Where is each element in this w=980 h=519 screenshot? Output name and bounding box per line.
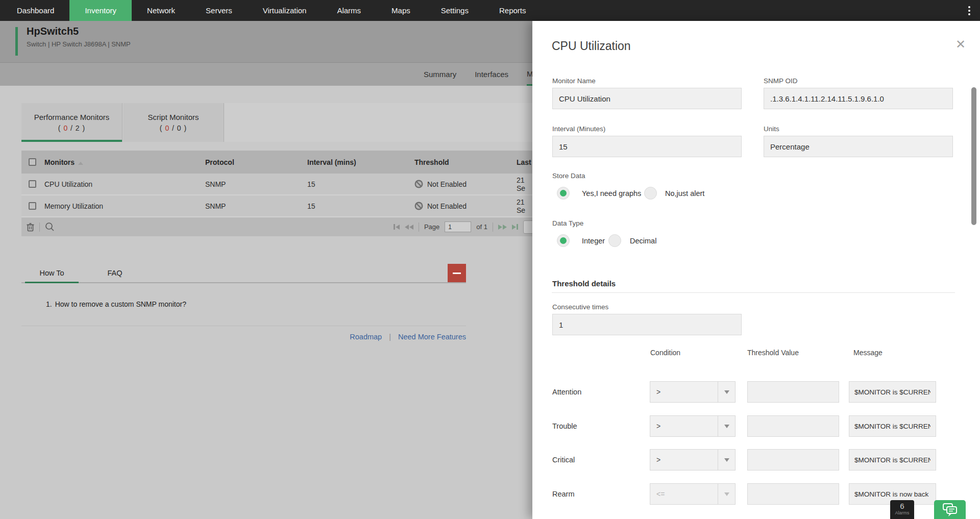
units-label: Units [764,125,779,133]
help-item-text: How to remove a custom SNMP monitor? [55,300,186,308]
help-tabs: How To FAQ [21,264,466,283]
nav-item-settings[interactable]: Settings [426,0,484,21]
help-item-number: 1. [46,300,52,308]
top-navigation: Dashboard Inventory Network Servers Virt… [0,0,980,21]
table-toolbar: Page of 1 [21,217,532,236]
tab-summary[interactable]: Summary [424,63,456,86]
table-header-row: Monitors Protocol Interval (mins) Thresh… [21,151,532,174]
help-divider [21,326,466,326]
need-more-features-link[interactable]: Need More Features [398,333,466,341]
footer-links: Roadmap | Need More Features [21,333,466,341]
store-data-no-radio[interactable] [644,187,657,200]
col-last: Last [517,158,532,166]
rearm-threshold-value-field[interactable] [747,483,839,505]
nav-item-inventory[interactable]: Inventory [69,0,132,21]
interval-field[interactable] [552,136,742,157]
snmp-oid-label: SNMP OID [764,77,798,85]
chat-icon [942,503,958,517]
data-type-label: Data Type [552,219,583,227]
tab-label: Performance Monitors [34,113,110,121]
nav-item-alarms[interactable]: Alarms [322,0,376,21]
threshold-details-title: Threshold details [552,279,616,288]
rearm-row-label: Rearm [552,490,575,498]
units-field[interactable] [764,136,953,157]
toolbar-divider [39,223,40,232]
tab-performance-monitors[interactable]: Performance Monitors ( 0 / 2 ) [21,103,122,142]
tab-script-monitors[interactable]: Script Monitors ( 0 / 0 ) [123,103,224,142]
data-type-decimal-label: Decimal [630,237,656,245]
tab-interfaces[interactable]: Interfaces [475,63,508,86]
table-row[interactable]: Memory Utilization SNMP 15 Not Enabled 2… [21,195,532,217]
attention-message-field[interactable] [849,381,936,403]
snmp-oid-field[interactable] [764,88,953,109]
rearm-condition-select: <= [650,483,736,505]
threshold-value-header: Threshold Value [747,349,799,357]
page-of-label: of 1 [476,223,487,231]
roadmap-link[interactable]: Roadmap [350,333,382,341]
monitor-name-cell: CPU Utilization [44,180,205,188]
store-data-yes-label: Yes,I need graphs [582,189,641,197]
monitor-name-field[interactable] [552,88,742,109]
critical-condition-select[interactable]: > [650,449,736,471]
help-item[interactable]: 1. How to remove a custom SNMP monitor? [46,300,186,308]
sort-caret-icon [78,162,83,165]
monitor-name-cell: Memory Utilization [44,202,205,210]
consecutive-times-label: Consecutive times [552,303,608,311]
section-divider [552,292,955,293]
nav-item-virtualization[interactable]: Virtualization [248,0,322,21]
select-all-checkbox[interactable] [29,158,36,166]
row-checkbox[interactable] [29,202,36,210]
tab-count: ( 0 / 2 ) [58,124,85,132]
page-number-input[interactable] [445,221,471,232]
tab-faq[interactable]: FAQ [98,264,132,283]
store-data-yes-radio[interactable] [557,187,570,200]
monitors-table: Monitors Protocol Interval (mins) Thresh… [21,151,532,217]
next-page-button[interactable] [498,225,507,230]
nav-item-reports[interactable]: Reports [484,0,542,21]
trouble-condition-select[interactable]: > [650,415,736,437]
chat-button[interactable] [934,500,966,519]
nav-item-maps[interactable]: Maps [376,0,426,21]
last-cell: 21 Se [517,176,532,192]
critical-threshold-value-field[interactable] [747,449,839,471]
chevron-down-icon [718,484,735,504]
protocol-cell: SNMP [205,202,307,210]
search-icon[interactable] [45,222,55,232]
interval-cell: 15 [307,180,414,188]
chevron-down-icon [718,450,735,470]
tab-how-to[interactable]: How To [25,264,79,283]
table-row[interactable]: CPU Utilization SNMP 15 Not Enabled 21 S… [21,174,532,195]
monitor-tabs-strip: Performance Monitors ( 0 / 2 ) Script Mo… [21,103,532,142]
alarms-badge[interactable]: 6 Alarms [890,500,914,519]
critical-message-field[interactable] [849,449,936,471]
col-threshold: Threshold [414,158,517,166]
col-monitors[interactable]: Monitors [44,158,205,166]
row-checkbox[interactable] [29,180,36,188]
attention-threshold-value-field[interactable] [747,381,839,403]
panel-scrollbar[interactable] [971,87,976,225]
close-icon[interactable]: ✕ [955,37,966,52]
chevron-down-icon [718,382,735,402]
prev-page-button[interactable] [405,225,413,230]
last-page-button[interactable] [512,224,518,230]
not-enabled-icon [414,202,423,210]
collapse-help-button[interactable] [448,264,466,282]
delete-icon[interactable] [27,223,34,232]
trouble-row-label: Trouble [552,422,577,430]
nav-item-dashboard[interactable]: Dashboard [2,0,69,21]
trouble-threshold-value-field[interactable] [747,415,839,437]
nav-item-servers[interactable]: Servers [190,0,248,21]
trouble-message-field[interactable] [849,415,936,437]
nav-item-network[interactable]: Network [132,0,190,21]
first-page-button[interactable] [394,224,400,230]
panel-title: CPU Utilization [552,39,631,53]
chevron-down-icon [718,416,735,436]
consecutive-times-field[interactable] [552,314,742,335]
data-type-decimal-radio[interactable] [608,234,621,247]
monitor-name-label: Monitor Name [552,77,596,85]
device-meta: Switch | HP Switch J8698A | SNMP [27,40,131,48]
device-name: HpSwitch5 [27,26,79,37]
data-type-integer-radio[interactable] [557,234,570,247]
attention-condition-select[interactable]: > [650,381,736,403]
more-options-kebab-icon[interactable] [959,0,980,21]
